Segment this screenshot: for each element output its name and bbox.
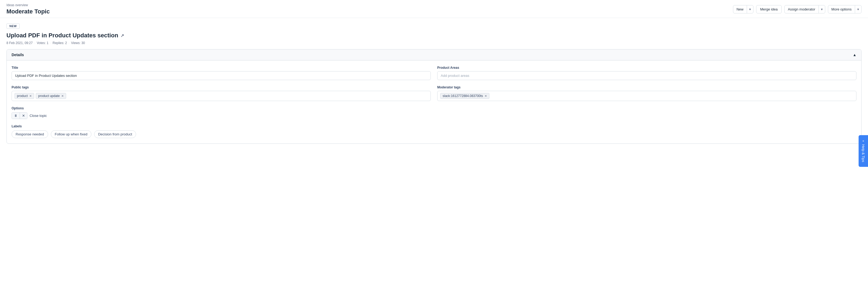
tag-slack-text: slack:1612772884.083700ts: [443, 94, 483, 98]
product-areas-label: Product Areas: [437, 66, 857, 70]
close-topic-text: Close topic: [30, 114, 47, 118]
help-tips-label: Help & Tips: [861, 144, 865, 162]
public-tags-input[interactable]: product ✕ product update ✕: [11, 91, 431, 101]
more-options-caret[interactable]: ▾: [855, 5, 861, 13]
assign-moderator-caret[interactable]: ▾: [818, 5, 825, 13]
moderator-tags-label: Moderator tags: [437, 86, 857, 89]
tag-slack: slack:1612772884.083700ts ✕: [440, 93, 489, 99]
status-dropdown-main[interactable]: New: [733, 5, 747, 13]
status-dropdown[interactable]: New ▾: [733, 5, 753, 13]
labels-label: Labels: [11, 124, 857, 128]
form-row-1: Title Product Areas: [11, 66, 857, 80]
options-label: Options: [11, 106, 857, 110]
topic-date: 8 Feb 2021, 09:27: [6, 41, 33, 45]
toggle-pause-btn[interactable]: ⏸: [12, 112, 20, 119]
chevron-down-icon: ▾: [857, 7, 859, 11]
chevron-down-icon: ▾: [821, 7, 823, 11]
moderator-tags-group: Moderator tags slack:1612772884.083700ts…: [437, 86, 857, 101]
tag-product-update-text: product update: [38, 94, 60, 98]
page-title: Moderate Topic: [6, 8, 50, 15]
topic-votes: Votes: 1: [37, 41, 49, 45]
options-section: Options ⏸ ✕ Close topic: [11, 106, 857, 119]
details-body: Title Product Areas Public tags product …: [7, 61, 861, 143]
title-label: Title: [11, 66, 431, 70]
status-badge: NEW: [6, 23, 20, 29]
public-tags-group: Public tags product ✕ product update ✕: [11, 86, 431, 101]
label-decision-from-product[interactable]: Decision from product: [94, 130, 136, 138]
product-areas-group: Product Areas: [437, 66, 857, 80]
moderator-tags-input[interactable]: slack:1612772884.083700ts ✕: [437, 91, 857, 101]
header-left: Ideas overview Moderate Topic: [6, 3, 50, 15]
labels-list: Response needed Follow up when fixed Dec…: [11, 130, 857, 138]
close-icon: ✕: [22, 114, 25, 118]
tag-product-update: product update ✕: [36, 93, 66, 99]
labels-section: Labels Response needed Follow up when fi…: [11, 124, 857, 138]
more-options-dropdown[interactable]: More options ▾: [828, 5, 862, 13]
topic-views: Views: 30: [71, 41, 85, 45]
help-tips-plus-icon: +: [861, 140, 865, 142]
chevron-down-icon: ▾: [749, 7, 751, 11]
options-controls: ⏸ ✕ Close topic: [11, 112, 857, 119]
title-input[interactable]: [11, 71, 431, 80]
merge-idea-button[interactable]: Merge idea: [756, 5, 782, 13]
tag-product-text: product: [17, 94, 28, 98]
pause-icon: ⏸: [14, 114, 18, 118]
collapse-icon: ▲: [853, 53, 857, 57]
top-header: Ideas overview Moderate Topic New ▾ Merg…: [0, 0, 868, 18]
details-header[interactable]: Details ▲: [7, 49, 861, 61]
status-dropdown-caret[interactable]: ▾: [747, 5, 753, 13]
topic-title-text: Upload PDF in Product Updates section: [6, 32, 118, 39]
tag-product-remove[interactable]: ✕: [29, 95, 32, 98]
sep1: ·: [34, 41, 35, 45]
external-link-icon[interactable]: ↗: [121, 33, 124, 38]
sep2: ·: [50, 41, 51, 45]
details-header-label: Details: [11, 53, 24, 57]
tag-product: product ✕: [14, 93, 34, 99]
tag-product-update-remove[interactable]: ✕: [61, 95, 64, 98]
topic-title-row: Upload PDF in Product Updates section ↗: [6, 32, 862, 39]
toggle-close-btn[interactable]: ✕: [20, 112, 27, 119]
tag-slack-remove[interactable]: ✕: [485, 95, 487, 98]
header-right: New ▾ Merge idea Assign moderator ▾ More…: [733, 5, 862, 13]
product-areas-input[interactable]: [437, 71, 857, 80]
topic-replies: Replies: 2: [53, 41, 67, 45]
title-group: Title: [11, 66, 431, 80]
form-row-2: Public tags product ✕ product update ✕ M…: [11, 86, 857, 101]
breadcrumb[interactable]: Ideas overview: [6, 3, 50, 7]
topic-meta: 8 Feb 2021, 09:27 · Votes: 1 · Replies: …: [6, 41, 862, 45]
details-card: Details ▲ Title Product Areas Public tag…: [6, 49, 862, 144]
assign-moderator-dropdown[interactable]: Assign moderator ▾: [784, 5, 825, 13]
label-follow-up[interactable]: Follow up when fixed: [51, 130, 91, 138]
help-tips-sidebar[interactable]: + Help & Tips: [859, 135, 868, 167]
main-content: NEW Upload PDF in Product Updates sectio…: [0, 18, 868, 149]
assign-moderator-main[interactable]: Assign moderator: [785, 5, 818, 13]
more-options-main[interactable]: More options: [828, 5, 855, 13]
sep3: ·: [68, 41, 69, 45]
toggle-group: ⏸ ✕: [11, 112, 27, 119]
public-tags-label: Public tags: [11, 86, 431, 89]
label-response-needed[interactable]: Response needed: [11, 130, 48, 138]
